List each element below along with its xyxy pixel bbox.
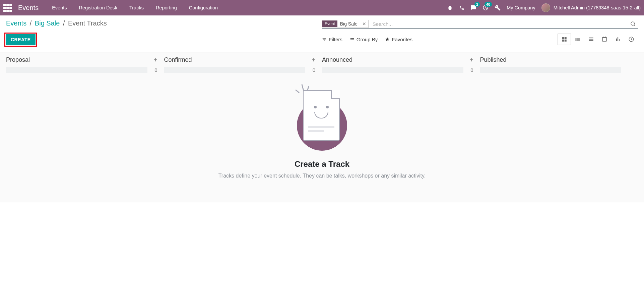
col-count: 0: [309, 67, 315, 73]
empty-desc: Tracks define your event schedule. They …: [7, 173, 637, 179]
search-bar: Event Big Sale ✕: [322, 19, 638, 29]
top-navbar: Events Events Registration Desk Tracks R…: [0, 0, 644, 15]
svg-rect-10: [618, 37, 618, 41]
tools-icon[interactable]: [495, 5, 501, 11]
col-count: 0: [467, 67, 473, 73]
col-title[interactable]: Confirmed: [164, 56, 192, 63]
svg-rect-5: [565, 40, 567, 42]
list-icon: [350, 37, 355, 42]
filter-icon: [322, 37, 327, 42]
favorites-button[interactable]: Favorites: [385, 37, 412, 42]
graph-view-icon[interactable]: [611, 34, 625, 45]
form-view-icon[interactable]: [584, 34, 598, 45]
col-placeholder: [480, 67, 622, 73]
search-tag-value: Big Sale: [337, 20, 360, 28]
empty-state: Create a Track Tracks define your event …: [0, 77, 644, 202]
apps-menu-icon[interactable]: [3, 4, 13, 12]
svg-rect-7: [589, 39, 593, 40]
col-title[interactable]: Announced: [322, 56, 352, 63]
filters-button[interactable]: Filters: [322, 37, 342, 42]
messages-icon[interactable]: 2: [470, 5, 476, 11]
svg-rect-6: [589, 38, 593, 38]
col-placeholder: [322, 67, 463, 73]
menu-configuration[interactable]: Configuration: [189, 5, 218, 10]
col-add-icon[interactable]: +: [470, 56, 473, 63]
kanban-col-confirmed: Confirmed + 0: [164, 56, 322, 73]
kanban-col-announced: Announced + 0: [322, 56, 480, 73]
create-highlight: CREATE: [4, 33, 37, 47]
view-switcher: [558, 34, 638, 45]
group-by-button[interactable]: Group By: [350, 37, 378, 42]
kanban-view-icon[interactable]: [558, 34, 571, 45]
svg-line-1: [634, 25, 635, 26]
col-title[interactable]: Proposal: [6, 56, 30, 63]
svg-point-0: [631, 22, 635, 26]
breadcrumb-current: Event Tracks: [68, 19, 107, 27]
kanban-col-proposal: Proposal + 0: [6, 56, 164, 73]
star-icon: [385, 37, 390, 42]
search-tag-event: Event Big Sale ✕: [322, 20, 369, 28]
col-title[interactable]: Published: [480, 56, 507, 63]
kanban-board: Proposal + 0 Confirmed + 0 Announced + 0…: [0, 52, 644, 77]
user-menu[interactable]: Mitchell Admin (17789348-saas-15-2-all): [541, 3, 641, 12]
breadcrumb: Events / Big Sale / Event Tracks: [6, 19, 322, 27]
menu-tracks[interactable]: Tracks: [129, 5, 144, 10]
empty-illustration: [297, 100, 347, 151]
search-input[interactable]: [371, 20, 628, 28]
messages-badge: 2: [474, 2, 480, 7]
breadcrumb-events[interactable]: Events: [6, 19, 26, 27]
svg-rect-9: [616, 39, 617, 41]
kanban-col-published: Published: [480, 56, 638, 73]
activities-badge: 40: [485, 2, 492, 7]
col-add-icon[interactable]: +: [312, 56, 315, 63]
col-add-icon[interactable]: +: [154, 56, 157, 63]
menu-registration-desk[interactable]: Registration Desk: [79, 5, 117, 10]
svg-rect-11: [619, 39, 620, 41]
search-icon[interactable]: [628, 19, 638, 28]
app-name[interactable]: Events: [18, 4, 39, 12]
control-panel: Events / Big Sale / Event Tracks CREATE …: [0, 15, 644, 52]
company-selector[interactable]: My Company: [507, 5, 535, 10]
activity-view-icon[interactable]: [625, 34, 638, 45]
user-name: Mitchell Admin (17789348-saas-15-2-all): [554, 5, 641, 10]
phone-icon[interactable]: [459, 5, 464, 10]
avatar: [541, 3, 550, 12]
bug-icon[interactable]: [447, 5, 453, 11]
search-tag-type: Event: [322, 20, 337, 27]
svg-rect-2: [562, 37, 564, 39]
svg-rect-4: [562, 40, 564, 42]
menu-events[interactable]: Events: [52, 5, 67, 10]
svg-rect-3: [565, 37, 567, 39]
col-count: 0: [151, 67, 157, 73]
main-menu: Events Registration Desk Tracks Reportin…: [52, 5, 218, 10]
menu-reporting[interactable]: Reporting: [156, 5, 177, 10]
col-placeholder: [164, 67, 306, 73]
col-placeholder: [6, 67, 147, 73]
create-button[interactable]: CREATE: [6, 34, 36, 45]
activities-icon[interactable]: 40: [482, 5, 489, 11]
empty-title: Create a Track: [7, 159, 637, 169]
search-tag-close-icon[interactable]: ✕: [360, 21, 368, 27]
calendar-view-icon[interactable]: [598, 34, 611, 45]
breadcrumb-big-sale[interactable]: Big Sale: [35, 19, 60, 27]
svg-rect-8: [589, 40, 593, 41]
list-view-icon[interactable]: [571, 34, 584, 45]
